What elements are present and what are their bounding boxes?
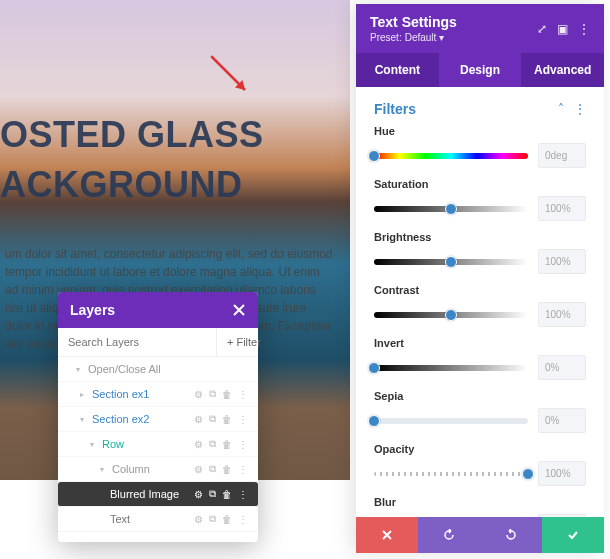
- settings-tabs: Content Design Advanced: [356, 53, 604, 87]
- settings-title: Text Settings: [370, 14, 457, 30]
- tab-design[interactable]: Design: [439, 53, 522, 87]
- filters-list: Hue0degSaturation100%Brightness100%Contr…: [356, 125, 604, 517]
- filter-label: Opacity: [374, 443, 586, 455]
- value-input[interactable]: 100%: [538, 461, 586, 486]
- trash-icon[interactable]: 🗑: [222, 389, 232, 400]
- page-heading-l1: OSTED GLASS: [0, 110, 264, 160]
- duplicate-icon[interactable]: ⧉: [209, 388, 216, 400]
- value-input[interactable]: 100%: [538, 249, 586, 274]
- more-icon[interactable]: ⋮: [238, 389, 248, 400]
- filter-label: Contrast: [374, 284, 586, 296]
- trash-icon[interactable]: 🗑: [222, 464, 232, 475]
- chevron-right-icon: ▸: [80, 390, 86, 399]
- layers-openall[interactable]: ▾Open/Close All: [58, 357, 258, 382]
- slider-thumb[interactable]: [445, 203, 457, 215]
- layer-column[interactable]: ▾Column⚙⧉🗑⋮: [58, 457, 258, 482]
- duplicate-icon[interactable]: ⧉: [209, 463, 216, 475]
- layer-section-ex2[interactable]: ▾Section ex2⚙⧉🗑⋮: [58, 407, 258, 432]
- filter-label: Invert: [374, 337, 586, 349]
- layer-section-ex1[interactable]: ▸Section ex1⚙⧉🗑⋮: [58, 382, 258, 407]
- duplicate-icon[interactable]: ⧉: [209, 513, 216, 525]
- more-icon[interactable]: ⋮: [238, 464, 248, 475]
- snap-icon[interactable]: ▣: [557, 22, 568, 36]
- gear-icon[interactable]: ⚙: [194, 439, 203, 450]
- trash-icon[interactable]: 🗑: [222, 489, 232, 500]
- chevron-up-icon[interactable]: ˄: [558, 102, 564, 116]
- filter-contrast: Contrast100%: [374, 284, 586, 327]
- slider-thumb[interactable]: [368, 415, 380, 427]
- gear-icon[interactable]: ⚙: [194, 414, 203, 425]
- layers-search-row: +Filter: [58, 328, 258, 357]
- filter-label: Saturation: [374, 178, 586, 190]
- more-icon[interactable]: ⋮: [578, 22, 590, 36]
- preset-selector[interactable]: Preset: Default ▾: [370, 32, 457, 43]
- slider-thumb[interactable]: [368, 150, 380, 162]
- slider-thumb[interactable]: [445, 256, 457, 268]
- slider-track[interactable]: [374, 312, 528, 318]
- layer-row[interactable]: ▾Row⚙⧉🗑⋮: [58, 432, 258, 457]
- gear-icon[interactable]: ⚙: [194, 464, 203, 475]
- duplicate-icon[interactable]: ⧉: [209, 438, 216, 450]
- more-icon[interactable]: ⋮: [238, 514, 248, 525]
- filter-hue: Hue0deg: [374, 125, 586, 168]
- layer-blurred-image[interactable]: Blurred Image⚙⧉🗑⋮: [58, 482, 258, 507]
- value-input[interactable]: 0deg: [538, 143, 586, 168]
- value-input[interactable]: 0%: [538, 355, 586, 380]
- value-input[interactable]: 100%: [538, 196, 586, 221]
- layer-text[interactable]: Text⚙⧉🗑⋮: [58, 507, 258, 532]
- chevron-down-icon: ▾: [439, 32, 444, 43]
- tab-content[interactable]: Content: [356, 53, 439, 87]
- chevron-down-icon: ▾: [80, 415, 86, 424]
- search-input[interactable]: [58, 328, 216, 356]
- gear-icon[interactable]: ⚙: [194, 389, 203, 400]
- duplicate-icon[interactable]: ⧉: [209, 413, 216, 425]
- more-icon[interactable]: ⋮: [574, 102, 586, 116]
- slider-track[interactable]: [374, 418, 528, 424]
- slider-thumb[interactable]: [368, 362, 380, 374]
- gear-icon[interactable]: ⚙: [194, 514, 203, 525]
- filters-section-header[interactable]: Filters ˄ ⋮: [356, 87, 604, 125]
- undo-button[interactable]: [418, 517, 480, 553]
- layers-title: Layers: [70, 302, 115, 318]
- slider-track[interactable]: [374, 259, 528, 265]
- more-icon[interactable]: ⋮: [238, 414, 248, 425]
- layers-header: Layers: [58, 292, 258, 328]
- more-icon[interactable]: ⋮: [238, 489, 248, 500]
- layers-list: ▾Open/Close All ▸Section ex1⚙⧉🗑⋮ ▾Sectio…: [58, 357, 258, 542]
- redo-button[interactable]: [480, 517, 542, 553]
- chevron-down-icon: ▾: [76, 365, 82, 374]
- chevron-down-icon: ▾: [90, 440, 96, 449]
- trash-icon[interactable]: 🗑: [222, 439, 232, 450]
- annotation-arrow: [205, 50, 255, 100]
- settings-footer: [356, 517, 604, 553]
- slider-track[interactable]: [374, 472, 528, 476]
- plus-icon: +: [227, 336, 233, 348]
- filter-button[interactable]: +Filter: [216, 328, 271, 356]
- settings-top: Text Settings Preset: Default ▾ ⤢ ▣ ⋮ Co…: [356, 4, 604, 87]
- close-icon[interactable]: [232, 303, 246, 317]
- filter-opacity: Opacity100%: [374, 443, 586, 486]
- more-icon[interactable]: ⋮: [238, 439, 248, 450]
- cancel-button[interactable]: [356, 517, 418, 553]
- chevron-down-icon: ▾: [100, 465, 106, 474]
- value-input[interactable]: 0%: [538, 408, 586, 433]
- settings-body: Filters ˄ ⋮ Hue0degSaturation100%Brightn…: [356, 87, 604, 517]
- slider-thumb[interactable]: [445, 309, 457, 321]
- gear-icon[interactable]: ⚙: [194, 489, 203, 500]
- expand-icon[interactable]: ⤢: [537, 22, 547, 36]
- filter-label: Brightness: [374, 231, 586, 243]
- slider-thumb[interactable]: [522, 468, 534, 480]
- duplicate-icon[interactable]: ⧉: [209, 488, 216, 500]
- trash-icon[interactable]: 🗑: [222, 414, 232, 425]
- filters-heading: Filters: [374, 101, 416, 117]
- trash-icon[interactable]: 🗑: [222, 514, 232, 525]
- filter-label: Hue: [374, 125, 586, 137]
- confirm-button[interactable]: [542, 517, 604, 553]
- filter-label: Blur: [374, 496, 586, 508]
- settings-header: Text Settings Preset: Default ▾ ⤢ ▣ ⋮: [356, 4, 604, 53]
- slider-track[interactable]: [374, 153, 528, 159]
- slider-track[interactable]: [374, 365, 528, 371]
- slider-track[interactable]: [374, 206, 528, 212]
- tab-advanced[interactable]: Advanced: [521, 53, 604, 87]
- value-input[interactable]: 100%: [538, 302, 586, 327]
